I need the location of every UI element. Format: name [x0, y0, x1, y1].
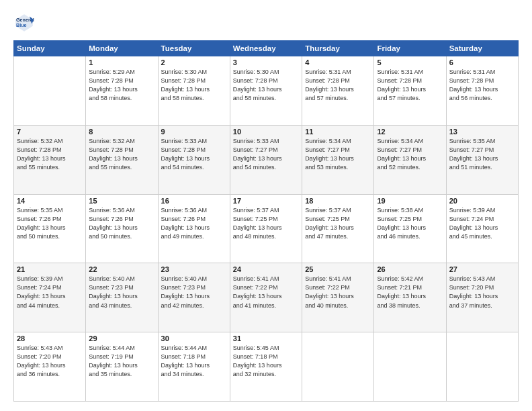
day-number: 2 — [161, 58, 227, 66]
day-info: Sunrise: 5:32 AMSunset: 7:28 PMDaylight:… — [89, 137, 154, 172]
calendar-week-3: 14Sunrise: 5:35 AMSunset: 7:26 PMDayligh… — [14, 194, 519, 263]
calendar-cell: 6Sunrise: 5:31 AMSunset: 7:28 PMDaylight… — [446, 56, 518, 126]
day-number: 9 — [161, 128, 227, 136]
day-number: 15 — [89, 197, 154, 205]
calendar-week-2: 7Sunrise: 5:32 AMSunset: 7:28 PMDaylight… — [14, 125, 519, 194]
calendar-cell: 5Sunrise: 5:31 AMSunset: 7:28 PMDaylight… — [374, 56, 446, 126]
day-number: 5 — [377, 58, 443, 66]
day-info: Sunrise: 5:43 AMSunset: 7:20 PMDaylight:… — [449, 275, 515, 310]
calendar-week-4: 21Sunrise: 5:39 AMSunset: 7:24 PMDayligh… — [14, 263, 519, 332]
calendar-cell: 19Sunrise: 5:38 AMSunset: 7:25 PMDayligh… — [374, 194, 446, 263]
day-info: Sunrise: 5:39 AMSunset: 7:24 PMDaylight:… — [449, 206, 515, 241]
day-number: 29 — [89, 334, 154, 342]
day-number: 28 — [17, 334, 83, 342]
day-number: 24 — [233, 265, 299, 273]
day-number: 18 — [305, 197, 371, 205]
day-number: 19 — [377, 197, 443, 205]
calendar-cell — [446, 332, 518, 402]
day-info: Sunrise: 5:43 AMSunset: 7:20 PMDaylight:… — [17, 344, 83, 379]
day-number: 1 — [89, 58, 154, 66]
day-info: Sunrise: 5:45 AMSunset: 7:18 PMDaylight:… — [233, 344, 299, 379]
header-day-thursday: Thursday — [302, 41, 374, 56]
day-info: Sunrise: 5:37 AMSunset: 7:25 PMDaylight:… — [233, 206, 299, 241]
calendar-cell: 24Sunrise: 5:41 AMSunset: 7:22 PMDayligh… — [230, 263, 302, 332]
day-number: 7 — [17, 128, 83, 136]
day-info: Sunrise: 5:29 AMSunset: 7:28 PMDaylight:… — [89, 68, 154, 103]
header: General Blue — [13, 12, 519, 34]
day-number: 4 — [305, 58, 371, 66]
day-info: Sunrise: 5:31 AMSunset: 7:28 PMDaylight:… — [377, 68, 443, 103]
day-number: 26 — [377, 265, 443, 273]
calendar-cell: 22Sunrise: 5:40 AMSunset: 7:23 PMDayligh… — [86, 263, 158, 332]
day-number: 27 — [449, 265, 515, 273]
day-number: 20 — [449, 197, 515, 205]
day-info: Sunrise: 5:33 AMSunset: 7:27 PMDaylight:… — [233, 137, 299, 172]
day-number: 23 — [161, 265, 227, 273]
calendar-cell: 31Sunrise: 5:45 AMSunset: 7:18 PMDayligh… — [230, 332, 302, 402]
calendar-cell: 10Sunrise: 5:33 AMSunset: 7:27 PMDayligh… — [230, 125, 302, 194]
day-number: 25 — [305, 265, 371, 273]
day-info: Sunrise: 5:35 AMSunset: 7:26 PMDaylight:… — [17, 206, 83, 241]
calendar-cell: 28Sunrise: 5:43 AMSunset: 7:20 PMDayligh… — [14, 332, 86, 402]
calendar-body: 1Sunrise: 5:29 AMSunset: 7:28 PMDaylight… — [14, 56, 519, 402]
calendar-cell: 13Sunrise: 5:35 AMSunset: 7:27 PMDayligh… — [446, 125, 518, 194]
day-info: Sunrise: 5:40 AMSunset: 7:23 PMDaylight:… — [89, 275, 154, 310]
calendar-cell: 2Sunrise: 5:30 AMSunset: 7:28 PMDaylight… — [158, 56, 230, 126]
logo: General Blue — [13, 12, 38, 34]
day-info: Sunrise: 5:35 AMSunset: 7:27 PMDaylight:… — [449, 137, 515, 172]
calendar-cell — [302, 332, 374, 402]
calendar-cell: 11Sunrise: 5:34 AMSunset: 7:27 PMDayligh… — [302, 125, 374, 194]
logo-icon: General Blue — [13, 12, 35, 34]
day-number: 21 — [17, 265, 83, 273]
day-info: Sunrise: 5:39 AMSunset: 7:24 PMDaylight:… — [17, 275, 83, 310]
header-day-friday: Friday — [374, 41, 446, 56]
day-info: Sunrise: 5:36 AMSunset: 7:26 PMDaylight:… — [89, 206, 154, 241]
day-info: Sunrise: 5:37 AMSunset: 7:25 PMDaylight:… — [305, 206, 371, 241]
day-number: 22 — [89, 265, 154, 273]
header-day-saturday: Saturday — [446, 41, 518, 56]
day-info: Sunrise: 5:40 AMSunset: 7:23 PMDaylight:… — [161, 275, 227, 310]
day-number: 16 — [161, 197, 227, 205]
page: General Blue SundayMondayTuesdayWednesda… — [0, 0, 532, 411]
day-info: Sunrise: 5:44 AMSunset: 7:18 PMDaylight:… — [161, 344, 227, 379]
calendar-table: SundayMondayTuesdayWednesdayThursdayFrid… — [13, 40, 519, 402]
calendar-cell: 4Sunrise: 5:31 AMSunset: 7:28 PMDaylight… — [302, 56, 374, 126]
day-info: Sunrise: 5:38 AMSunset: 7:25 PMDaylight:… — [377, 206, 443, 241]
day-info: Sunrise: 5:31 AMSunset: 7:28 PMDaylight:… — [449, 68, 515, 103]
calendar-cell: 30Sunrise: 5:44 AMSunset: 7:18 PMDayligh… — [158, 332, 230, 402]
calendar-cell — [374, 332, 446, 402]
day-number: 31 — [233, 334, 299, 342]
day-number: 12 — [377, 128, 443, 136]
day-number: 13 — [449, 128, 515, 136]
calendar-cell: 12Sunrise: 5:34 AMSunset: 7:27 PMDayligh… — [374, 125, 446, 194]
day-info: Sunrise: 5:41 AMSunset: 7:22 PMDaylight:… — [305, 275, 371, 310]
calendar-cell: 29Sunrise: 5:44 AMSunset: 7:19 PMDayligh… — [86, 332, 158, 402]
calendar-cell: 3Sunrise: 5:30 AMSunset: 7:28 PMDaylight… — [230, 56, 302, 126]
calendar-cell: 9Sunrise: 5:33 AMSunset: 7:28 PMDaylight… — [158, 125, 230, 194]
day-number: 8 — [89, 128, 154, 136]
day-info: Sunrise: 5:30 AMSunset: 7:28 PMDaylight:… — [161, 68, 227, 103]
day-info: Sunrise: 5:34 AMSunset: 7:27 PMDaylight:… — [377, 137, 443, 172]
calendar-cell: 18Sunrise: 5:37 AMSunset: 7:25 PMDayligh… — [302, 194, 374, 263]
day-number: 14 — [17, 197, 83, 205]
header-day-monday: Monday — [86, 41, 158, 56]
calendar-week-5: 28Sunrise: 5:43 AMSunset: 7:20 PMDayligh… — [14, 332, 519, 402]
calendar-cell: 14Sunrise: 5:35 AMSunset: 7:26 PMDayligh… — [14, 194, 86, 263]
calendar-cell: 25Sunrise: 5:41 AMSunset: 7:22 PMDayligh… — [302, 263, 374, 332]
svg-text:Blue: Blue — [16, 22, 27, 28]
day-number: 30 — [161, 334, 227, 342]
calendar-cell: 20Sunrise: 5:39 AMSunset: 7:24 PMDayligh… — [446, 194, 518, 263]
calendar-cell: 23Sunrise: 5:40 AMSunset: 7:23 PMDayligh… — [158, 263, 230, 332]
calendar-cell: 15Sunrise: 5:36 AMSunset: 7:26 PMDayligh… — [86, 194, 158, 263]
header-day-tuesday: Tuesday — [158, 41, 230, 56]
day-info: Sunrise: 5:34 AMSunset: 7:27 PMDaylight:… — [305, 137, 371, 172]
calendar-cell: 7Sunrise: 5:32 AMSunset: 7:28 PMDaylight… — [14, 125, 86, 194]
day-number: 17 — [233, 197, 299, 205]
day-number: 3 — [233, 58, 299, 66]
calendar-cell — [14, 56, 86, 126]
calendar-cell: 21Sunrise: 5:39 AMSunset: 7:24 PMDayligh… — [14, 263, 86, 332]
day-info: Sunrise: 5:31 AMSunset: 7:28 PMDaylight:… — [305, 68, 371, 103]
day-info: Sunrise: 5:33 AMSunset: 7:28 PMDaylight:… — [161, 137, 227, 172]
day-info: Sunrise: 5:44 AMSunset: 7:19 PMDaylight:… — [89, 344, 154, 379]
day-info: Sunrise: 5:32 AMSunset: 7:28 PMDaylight:… — [17, 137, 83, 172]
